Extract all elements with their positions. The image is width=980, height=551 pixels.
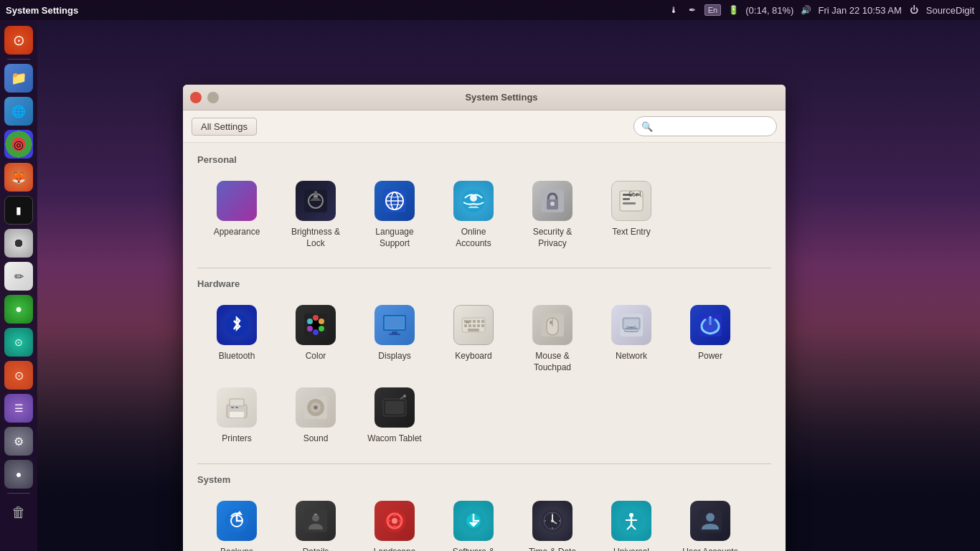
search-icon: 🔍	[641, 121, 653, 132]
volume-icon[interactable]: 🔊	[799, 4, 812, 17]
top-panel: System Settings 🌡 ✒ En 🔋 (0:14, 81%) 🔊 F…	[0, 0, 980, 20]
minimize-button[interactable]	[207, 92, 219, 103]
dock-item-app3[interactable]: ☰	[4, 394, 33, 423]
svg-rect-0	[226, 192, 248, 207]
datetime-text: Fri Jan 22 10:53 AM	[818, 5, 901, 16]
dock-item-settings[interactable]: ⚙	[4, 427, 33, 456]
software-label: Software &Updates	[453, 547, 495, 551]
settings-item-universal[interactable]: UniversalAccess	[592, 494, 671, 551]
keyboard-icon: A	[453, 305, 494, 345]
dock-item-browser[interactable]: 🌐	[4, 97, 33, 126]
settings-item-online[interactable]: OnlineAccounts	[434, 174, 513, 256]
power-icon	[690, 305, 730, 345]
battery-icon: 🔋	[727, 4, 740, 17]
security-icon	[532, 181, 573, 221]
svg-rect-6	[314, 191, 317, 195]
backups-icon	[217, 501, 257, 541]
app3-icon: ☰	[14, 402, 24, 414]
thermometer-icon: 🌡	[667, 4, 680, 17]
dock-item-inkscape[interactable]: ✏	[4, 262, 33, 291]
useraccounts-label: User Accounts	[682, 547, 738, 551]
search-input[interactable]	[657, 121, 769, 132]
security-label: Security &Privacy	[533, 227, 573, 249]
svg-point-26	[313, 315, 319, 321]
hardware-items-grid: Bluetooth	[197, 298, 771, 452]
svg-rect-2	[228, 209, 245, 211]
settings-item-sound[interactable]: Sound	[276, 380, 355, 452]
svg-point-71	[403, 395, 406, 397]
settings-item-timedate[interactable]: Time & Date	[513, 494, 592, 551]
svg-rect-43	[464, 324, 467, 327]
settings-item-details[interactable]: Details	[276, 494, 355, 551]
dock-item-app2[interactable]: ⊙	[4, 328, 33, 357]
dock-item-app1[interactable]: ●	[4, 295, 33, 324]
settings-item-landscape[interactable]: LandscapeService	[355, 494, 434, 551]
dock-item-ubuntu[interactable]: ⊙	[4, 26, 33, 55]
software-icon	[453, 501, 494, 541]
svg-point-30	[307, 326, 313, 331]
settings-item-brightness[interactable]: Brightness &Lock	[276, 174, 355, 256]
divider-hardware	[197, 268, 771, 268]
svg-point-83	[393, 525, 396, 528]
settings-item-appearance[interactable]: Appearance	[197, 174, 276, 256]
svg-point-98	[629, 513, 633, 517]
dock-item-terminal[interactable]: ▮	[4, 196, 33, 225]
timedate-icon	[532, 501, 573, 541]
appearance-icon	[217, 181, 257, 221]
svg-rect-42	[481, 320, 484, 323]
svg-rect-60	[230, 412, 244, 418]
dock-item-firefox[interactable]: 🦊	[4, 163, 33, 192]
details-label: Details	[303, 547, 329, 551]
dock-item-record[interactable]: ⏺	[4, 229, 33, 258]
settings-item-displays[interactable]: Displays	[355, 298, 434, 380]
svg-rect-56	[624, 319, 639, 328]
all-settings-button[interactable]: All Settings	[192, 118, 257, 136]
settings-item-backups[interactable]: Backups	[197, 494, 276, 551]
dock-item-files[interactable]: 📁	[4, 64, 33, 93]
dock-item-ubuntu2[interactable]: ⊙	[4, 361, 33, 390]
universal-label: UniversalAccess	[613, 547, 649, 551]
settings-item-security[interactable]: Security &Privacy	[513, 174, 592, 256]
settings-item-bluetooth[interactable]: Bluetooth	[197, 298, 276, 380]
mouse-label: Mouse &Touchpad	[534, 351, 571, 373]
backups-label: Backups	[220, 547, 253, 551]
settings-item-keyboard[interactable]: A Keyboard	[434, 298, 513, 380]
svg-point-15	[550, 202, 555, 206]
power-label: Power	[698, 351, 722, 362]
network-label: Network	[616, 351, 647, 362]
universal-icon	[611, 501, 651, 541]
sound-label: Sound	[303, 433, 329, 445]
svg-rect-62	[235, 407, 238, 408]
svg-rect-61	[231, 407, 234, 408]
language-badge[interactable]: En	[705, 4, 721, 16]
settings-item-textentry[interactable]: Ctrl Text Entry	[592, 174, 671, 256]
settings-item-wacom[interactable]: Wacom Tablet	[355, 380, 434, 452]
settings-item-power[interactable]: Power	[671, 298, 750, 380]
settings-item-network[interactable]: Network	[592, 298, 671, 380]
svg-rect-46	[477, 324, 480, 327]
svg-point-76	[312, 514, 319, 522]
settings-item-printers[interactable]: Printers	[197, 380, 276, 452]
dock-item-chrome[interactable]: ◎	[4, 130, 33, 159]
hardware-section-title: Hardware	[197, 278, 771, 289]
settings-item-software[interactable]: Software &Updates	[434, 494, 513, 551]
svg-point-12	[470, 194, 477, 202]
firefox-icon: 🦊	[11, 171, 26, 184]
brightness-label: Brightness &Lock	[291, 227, 340, 249]
settings-item-language[interactable]: LanguageSupport	[355, 174, 434, 256]
window-titlebar: System Settings	[183, 85, 786, 110]
language-icon	[374, 181, 415, 221]
settings-item-color[interactable]: Color	[276, 298, 355, 380]
close-button[interactable]	[190, 92, 202, 103]
power-icon[interactable]: ⏻	[908, 4, 920, 17]
keyboard-label: Keyboard	[455, 351, 491, 362]
settings-item-useraccounts[interactable]: User Accounts	[671, 494, 750, 551]
dock-item-trash[interactable]: 🗑	[4, 498, 33, 527]
printers-label: Printers	[222, 433, 251, 445]
svg-rect-34	[392, 331, 397, 334]
svg-rect-48	[468, 329, 479, 331]
system-items-grid: Backups Details	[197, 494, 771, 551]
dock-item-app4[interactable]: ●	[4, 460, 33, 489]
settings-item-mouse[interactable]: Mouse &Touchpad	[513, 298, 592, 380]
appearance-label: Appearance	[214, 227, 260, 238]
